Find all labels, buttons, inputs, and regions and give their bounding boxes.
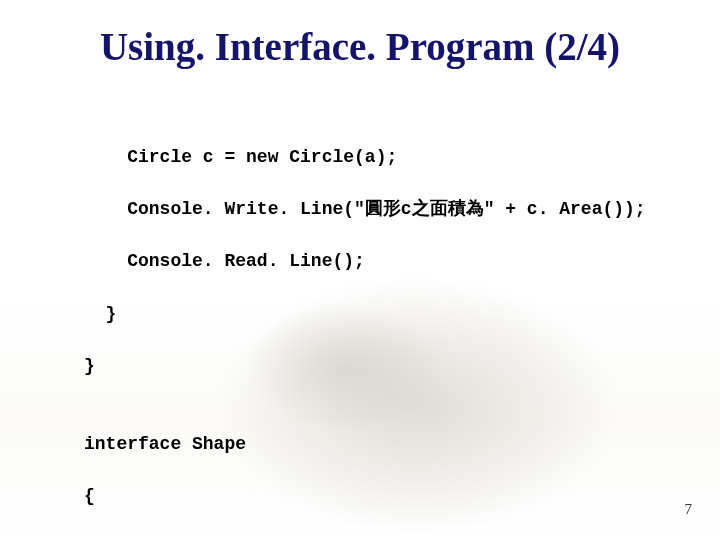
code-block: Circle c = new Circle(a); Console. Write… xyxy=(84,118,646,540)
code-line: interface Shape xyxy=(84,431,646,457)
code-line: } xyxy=(84,301,646,327)
code-line: double Area(); xyxy=(84,536,646,541)
code-line: } xyxy=(84,353,646,379)
code-line: Console. Write. Line("圓形c之面積為" + c. Area… xyxy=(84,196,646,222)
code-line: { xyxy=(84,483,646,509)
code-line: Circle c = new Circle(a); xyxy=(84,144,646,170)
slide-title: Using. Interface. Program (2/4) xyxy=(0,24,720,69)
code-line: Console. Read. Line(); xyxy=(84,248,646,274)
page-number: 7 xyxy=(685,501,693,518)
slide: Using. Interface. Program (2/4) Circle c… xyxy=(0,0,720,540)
